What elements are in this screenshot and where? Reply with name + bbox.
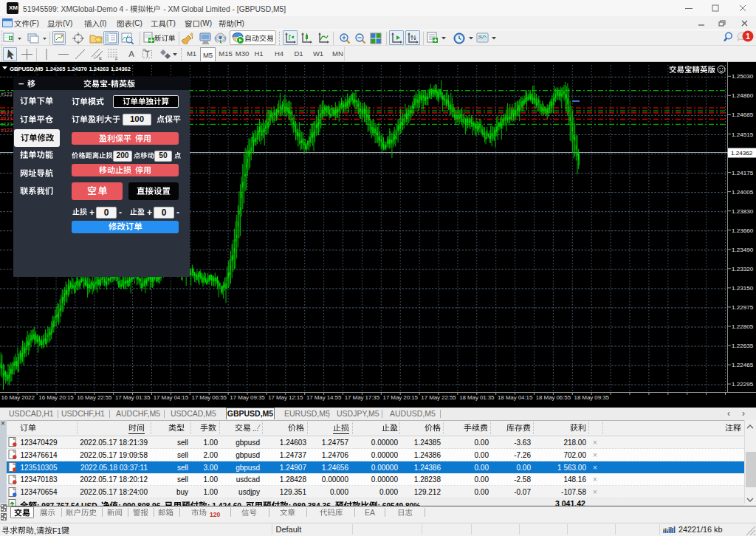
svg-text:1.24685: 1.24685	[732, 111, 754, 118]
svg-text:#123: #123	[1, 92, 13, 97]
svg-text:17 May 20:15: 17 May 20:15	[383, 394, 419, 401]
svg-text:17 May 01:35: 17 May 01:35	[115, 394, 151, 401]
svg-text:1.24175: 1.24175	[732, 170, 754, 176]
svg-text:16 May 20:15: 16 May 20:15	[38, 394, 74, 401]
svg-text:17 May 06:55: 17 May 06:55	[192, 394, 227, 401]
svg-text:1.23490: 1.23490	[732, 247, 754, 253]
svg-text:1.22465: 1.22465	[732, 362, 754, 368]
svg-text:17 May 12:15: 17 May 12:15	[268, 394, 303, 401]
svg-text:18 May 01:35: 18 May 01:35	[459, 394, 495, 401]
svg-text:E: E	[99, 56, 102, 61]
svg-text:#123: #123	[1, 110, 13, 115]
svg-text:1.22805: 1.22805	[732, 323, 754, 330]
svg-text:1.24265: 1.24265	[46, 66, 66, 72]
svg-text:F: F	[115, 57, 118, 61]
svg-text:1.24005: 1.24005	[732, 189, 754, 196]
svg-text:17 May 22:55: 17 May 22:55	[421, 394, 456, 401]
svg-text:1.24860: 1.24860	[732, 92, 754, 99]
svg-text:17 May 09:35: 17 May 09:35	[230, 394, 265, 401]
svg-text:18 May 04:15: 18 May 04:15	[498, 394, 533, 401]
svg-text:1.24362: 1.24362	[731, 150, 753, 157]
svg-text:T: T	[145, 50, 149, 58]
svg-text:1: 1	[746, 32, 750, 41]
svg-text:17 May 04:15: 17 May 04:15	[154, 394, 189, 401]
svg-text:#123: #123	[1, 128, 13, 133]
svg-text:18 May 06:55: 18 May 06:55	[536, 394, 571, 401]
svg-text:17 May 17:35: 17 May 17:35	[345, 394, 380, 401]
svg-text:1.24263: 1.24263	[89, 66, 109, 72]
svg-text:1.24370: 1.24370	[67, 66, 87, 72]
svg-text:16 May 22:55: 16 May 22:55	[77, 394, 112, 401]
svg-text:16 May 2022: 16 May 2022	[1, 394, 35, 401]
svg-text:1.22295: 1.22295	[732, 381, 754, 388]
svg-text:18 May 09:35: 18 May 09:35	[574, 394, 610, 401]
svg-text:1.23150: 1.23150	[732, 285, 754, 292]
svg-text:1.23660: 1.23660	[732, 227, 754, 234]
svg-text:#123: #123	[1, 116, 13, 121]
svg-text:1.25030: 1.25030	[732, 73, 754, 80]
svg-text:1.24515: 1.24515	[732, 131, 754, 138]
svg-text:GBPUSD,M5: GBPUSD,M5	[10, 66, 44, 72]
svg-text:1.22635: 1.22635	[732, 343, 754, 349]
svg-text:#123: #123	[1, 122, 13, 127]
svg-text:1.22975: 1.22975	[732, 304, 754, 311]
svg-text:1.23320: 1.23320	[732, 266, 754, 272]
svg-text:1.24362: 1.24362	[111, 66, 131, 72]
svg-text:17 May 14:55: 17 May 14:55	[306, 394, 342, 401]
svg-text:1.23830: 1.23830	[732, 208, 754, 215]
